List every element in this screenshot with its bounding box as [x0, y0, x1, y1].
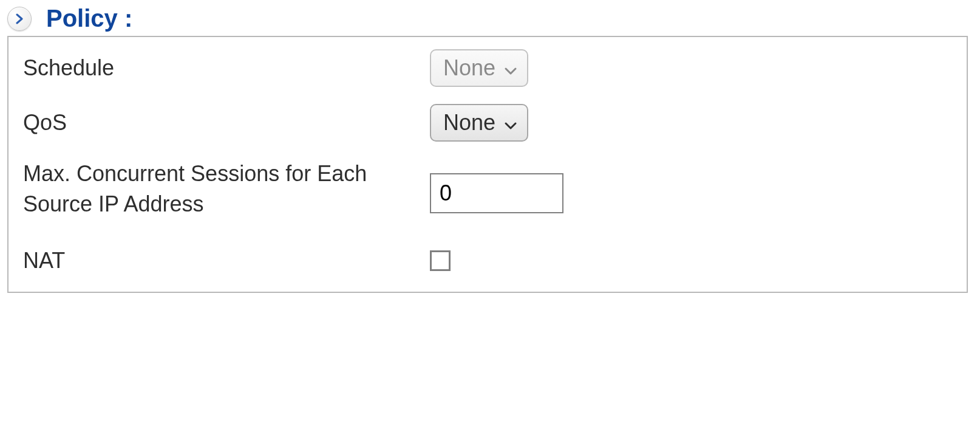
- expand-toggle-button[interactable]: [7, 7, 32, 31]
- nat-label: NAT: [23, 246, 430, 276]
- section-header: Policy :: [7, 5, 973, 32]
- nat-row: NAT: [23, 246, 952, 276]
- schedule-label: Schedule: [23, 53, 430, 83]
- max-sessions-input[interactable]: [430, 173, 563, 213]
- chevron-down-icon: [504, 110, 517, 136]
- qos-select-value: None: [443, 110, 495, 136]
- max-sessions-row: Max. Concurrent Sessions for Each Source…: [23, 159, 952, 220]
- nat-checkbox[interactable]: [430, 250, 451, 271]
- schedule-row: Schedule None: [23, 49, 952, 87]
- qos-label: QoS: [23, 108, 430, 138]
- chevron-right-icon: [15, 13, 24, 24]
- schedule-select-value: None: [443, 55, 495, 81]
- qos-select[interactable]: None: [430, 104, 528, 142]
- max-sessions-label: Max. Concurrent Sessions for Each Source…: [23, 159, 430, 220]
- policy-panel: Schedule None QoS None: [7, 36, 968, 293]
- qos-row: QoS None: [23, 104, 952, 142]
- section-title: Policy :: [46, 5, 132, 32]
- schedule-select[interactable]: None: [430, 49, 528, 87]
- chevron-down-icon: [504, 55, 517, 81]
